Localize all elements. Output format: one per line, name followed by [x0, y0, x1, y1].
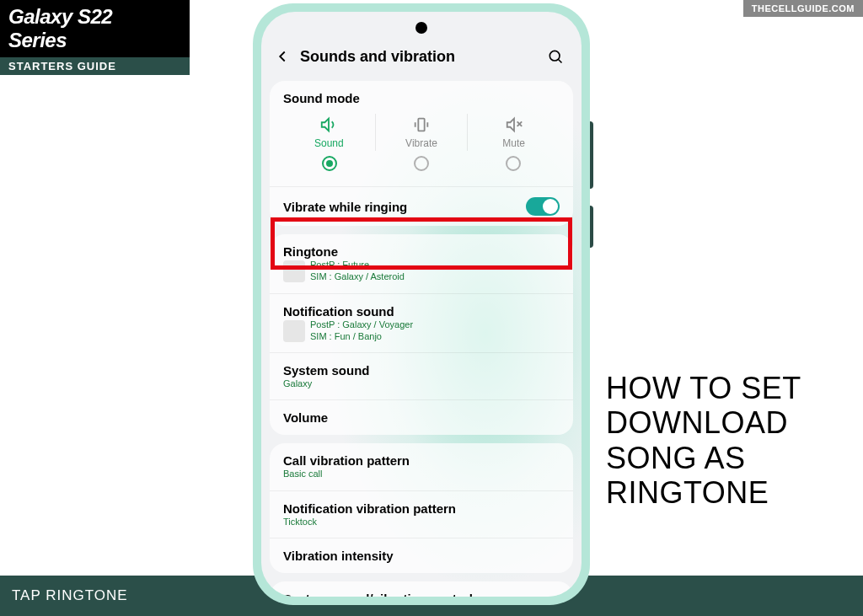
section-system-control: System sound/vibration control Control t… [270, 581, 573, 597]
sim-chip-icon [283, 260, 305, 282]
notif-vib-sub: Ticktock [283, 516, 560, 528]
mode-label: Sound [314, 137, 344, 149]
row-vibration-intensity[interactable]: Vibration intensity [270, 538, 573, 573]
toggle-vibrate-ringing[interactable] [526, 197, 560, 216]
chevron-left-icon [273, 47, 292, 66]
mode-option-mute[interactable]: Mute [467, 114, 560, 151]
row-system-sound[interactable]: System sound Galaxy [270, 352, 573, 399]
power-button-mock [590, 206, 593, 248]
sys-ctrl-title: System sound/vibration control [283, 592, 560, 597]
header-bar: Sounds and vibration [261, 39, 582, 81]
vibrate-icon [412, 115, 431, 134]
caption-text: TAP RINGTONE [12, 587, 128, 604]
badge-block: Galaxy S22 Series STARTERS GUIDE [0, 0, 190, 75]
row-call-vibration[interactable]: Call vibration pattern Basic call [270, 443, 573, 490]
page-title: Sounds and vibration [300, 48, 543, 66]
notif-vib-title: Notification vibration pattern [283, 501, 560, 516]
notif-sound-title: Notification sound [283, 304, 560, 319]
row-volume[interactable]: Volume [270, 399, 573, 435]
search-icon [547, 48, 564, 65]
section-vibration: Call vibration pattern Basic call Notifi… [270, 443, 573, 573]
howto-line: RINGTONE [606, 475, 829, 510]
svg-line-1 [559, 60, 562, 63]
ringtone-title: Ringtone [283, 244, 560, 259]
howto-line: SONG AS [606, 441, 829, 475]
section-sound-mode: Sound mode Sound Vibrate Mute [270, 81, 573, 226]
mute-icon [505, 115, 523, 134]
section-sounds: Ringtone PostP : Future SIM : Galaxy / A… [270, 234, 573, 435]
svg-rect-3 [418, 119, 424, 131]
series-badge: Galaxy S22 Series [0, 0, 190, 57]
radio-vibrate[interactable] [414, 156, 429, 171]
radio-sound[interactable] [322, 156, 337, 171]
camera-hole [415, 22, 427, 34]
howto-title: HOW TO SET DOWNLOAD SONG AS RINGTONE [606, 371, 829, 511]
svg-marker-6 [507, 119, 513, 131]
starters-guide-badge: STARTERS GUIDE [0, 57, 190, 75]
ringtone-sim1: PostP : Future [310, 259, 405, 271]
row-title: Vibrate while ringing [283, 200, 526, 214]
row-notification-vibration[interactable]: Notification vibration pattern Ticktock [270, 490, 573, 538]
mode-label: Vibrate [405, 137, 437, 149]
sim-chip-icon [283, 320, 305, 342]
call-vib-sub: Basic call [283, 468, 560, 479]
sound-icon [319, 115, 338, 134]
mode-label: Mute [502, 137, 525, 149]
howto-line: DOWNLOAD [606, 405, 829, 440]
howto-line: HOW TO SET [606, 371, 829, 405]
call-vib-title: Call vibration pattern [283, 453, 560, 468]
notif-sim2: SIM : Fun / Banjo [310, 330, 413, 342]
row-ringtone[interactable]: Ringtone PostP : Future SIM : Galaxy / A… [270, 234, 573, 293]
search-button[interactable] [543, 44, 568, 69]
row-system-sound-vibration-control[interactable]: System sound/vibration control Control t… [270, 581, 573, 597]
radio-mute[interactable] [506, 156, 521, 171]
row-notification-sound[interactable]: Notification sound PostP : Galaxy / Voya… [270, 293, 573, 353]
watermark: THECELLGUIDE.COM [743, 0, 863, 17]
volume-title: Volume [283, 410, 560, 425]
notif-sim1: PostP : Galaxy / Voyager [310, 319, 413, 330]
mode-option-vibrate[interactable]: Vibrate [375, 114, 468, 151]
vib-intensity-title: Vibration intensity [283, 549, 560, 563]
system-sound-title: System sound [283, 363, 560, 378]
svg-point-0 [549, 51, 560, 61]
svg-marker-2 [322, 119, 329, 131]
mode-option-sound[interactable]: Sound [283, 114, 375, 151]
back-button[interactable] [268, 42, 297, 71]
row-vibrate-while-ringing[interactable]: Vibrate while ringing [270, 186, 573, 226]
phone-screen: Sounds and vibration Sound mode Sound [261, 12, 582, 597]
ringtone-sim2: SIM : Galaxy / Asteroid [310, 271, 405, 282]
sound-mode-label: Sound mode [283, 91, 560, 105]
system-sound-sub: Galaxy [283, 378, 560, 389]
phone-mockup: Sounds and vibration Sound mode Sound [253, 3, 590, 605]
